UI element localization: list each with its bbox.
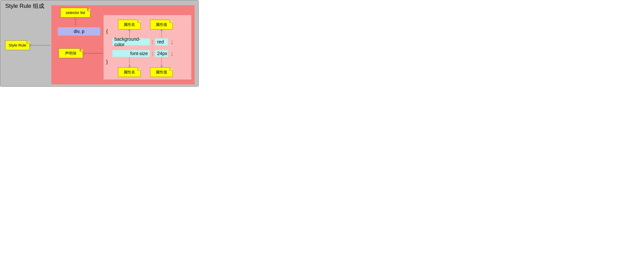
semicolon-1: ;: [172, 39, 173, 45]
close-brace: }: [106, 59, 108, 65]
property-value-1: red: [155, 38, 168, 45]
svg-point-7: [30, 45, 31, 46]
property-value-2: 24px: [155, 50, 168, 57]
property-text: background-color: [114, 36, 148, 47]
note-prop-val-top: 属性值: [150, 20, 173, 29]
declaration-block-box: [104, 15, 191, 79]
note-style-rule: Style Rule: [5, 40, 30, 50]
semicolon-2: ;: [172, 51, 173, 56]
property-name-1: background-color: [112, 38, 150, 45]
note-prop-name-bottom: 属性名: [118, 67, 140, 77]
colon-1: :: [152, 39, 153, 45]
note-label: Style Rule: [9, 43, 26, 47]
selector-box: div, p: [58, 27, 100, 35]
property-name-2: font-size: [112, 50, 150, 57]
note-prop-val-bottom: 属性值: [150, 67, 173, 77]
note-label: 属性值: [156, 22, 167, 27]
note-label: 属性值: [156, 69, 167, 75]
open-brace: {: [106, 28, 108, 34]
property-text: font-size: [130, 51, 148, 56]
colon-2: :: [152, 51, 153, 56]
note-label: selector list: [66, 10, 85, 15]
diagram-canvas: Style Rule 组成 Style Rule selector list 声…: [0, 0, 199, 87]
note-prop-name-top: 属性名: [118, 20, 140, 29]
note-declaration-block: 声明块: [58, 48, 83, 58]
value-text: red: [157, 39, 164, 45]
note-label: 属性名: [124, 69, 135, 75]
diagram-title: Style Rule 组成: [5, 2, 44, 10]
note-label: 属性名: [124, 22, 135, 27]
value-text: 24px: [157, 51, 167, 56]
selector-text: div, p: [74, 29, 84, 34]
note-label: 声明块: [65, 51, 76, 56]
note-selector-list: selector list: [60, 8, 90, 17]
